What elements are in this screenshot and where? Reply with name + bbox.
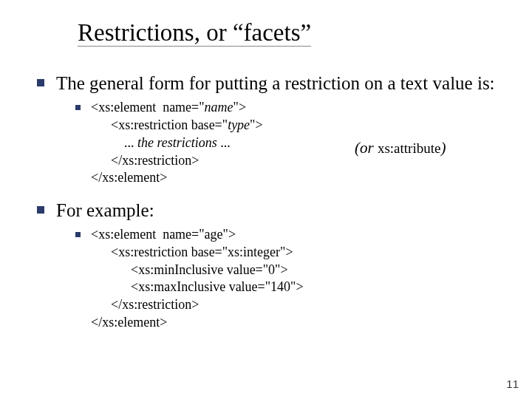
- aside-open: (or: [355, 139, 378, 157]
- code-frag: ">: [233, 100, 247, 115]
- slide-title: Restrictions, or “facets”: [78, 19, 311, 47]
- code-text: <xs:element name="age"> <xs:restriction …: [91, 226, 495, 332]
- code-frag-italic: the restrictions: [137, 135, 217, 150]
- bullet-text: The general form for putting a restricti…: [56, 72, 495, 95]
- square-bullet-icon: [75, 105, 81, 110]
- code-frag-italic: name: [205, 100, 233, 115]
- code-frag: <xs:restriction base="xs:integer">: [91, 245, 293, 259]
- code-frag: <xs:element name="age">: [91, 227, 236, 242]
- square-bullet-icon: [37, 79, 44, 86]
- code-block-example: <xs:element name="age"> <xs:restriction …: [75, 226, 495, 332]
- code-frag: ...: [217, 135, 231, 150]
- spacer: [37, 187, 495, 199]
- square-bullet-icon: [37, 206, 44, 214]
- page-number: 11: [506, 378, 519, 390]
- code-frag: <xs:element name=": [91, 100, 205, 115]
- aside-mono: xs:attribute: [378, 140, 440, 156]
- code-frag: </xs:restriction>: [91, 153, 199, 168]
- code-frag: ...: [91, 135, 137, 150]
- code-frag: <xs:maxInclusive value="140">: [91, 279, 304, 294]
- bullet-for-example: For example:: [37, 199, 495, 222]
- code-frag: ">: [250, 117, 263, 132]
- slide: Restrictions, or “facets” The general fo…: [0, 0, 532, 399]
- aside-close: ): [440, 139, 446, 157]
- code-frag: <xs:minInclusive value="0">: [91, 262, 288, 277]
- code-frag: </xs:element>: [91, 315, 167, 330]
- code-frag: </xs:restriction>: [91, 297, 199, 312]
- bullet-general-form: The general form for putting a restricti…: [37, 72, 495, 95]
- square-bullet-icon: [75, 232, 81, 237]
- code-frag: <xs:restriction base=": [91, 117, 228, 132]
- code-frag: </xs:element>: [91, 170, 167, 185]
- code-frag-italic: type: [228, 117, 250, 132]
- aside-or-attribute: (or xs:attribute): [355, 139, 446, 157]
- bullet-text: For example:: [56, 199, 154, 222]
